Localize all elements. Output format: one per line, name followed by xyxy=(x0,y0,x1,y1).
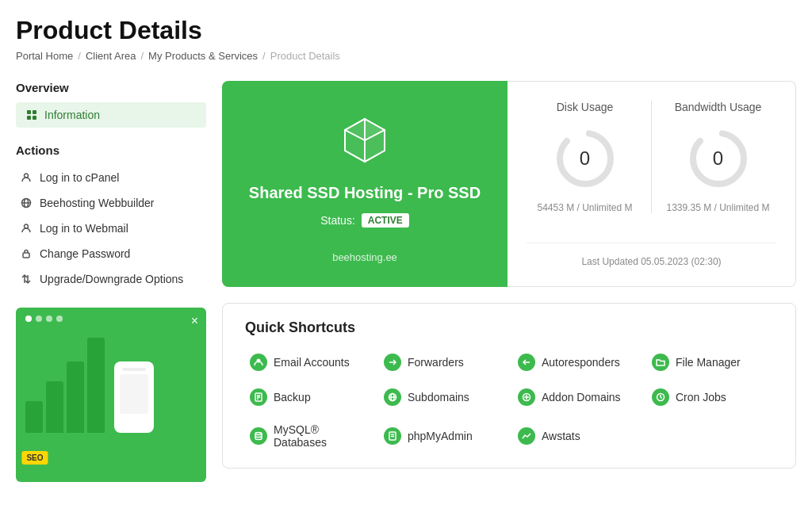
shortcut-backup[interactable]: Backup xyxy=(245,385,371,409)
svg-point-29 xyxy=(255,433,262,435)
globe-icon-webbuilder xyxy=(19,196,33,210)
promo-dot-3[interactable] xyxy=(46,316,52,322)
forwarders-icon xyxy=(384,354,401,371)
product-name: Shared SSD Hosting - Pro SSD xyxy=(249,184,481,202)
stats-row: Disk Usage 0 54453 M / Unlimited M xyxy=(527,101,776,213)
autoresponders-icon xyxy=(518,354,535,371)
shortcut-email-accounts[interactable]: Email Accounts xyxy=(245,350,371,374)
shortcut-cron-jobs[interactable]: Cron Jobs xyxy=(647,385,773,409)
sidebar-item-information[interactable]: Information xyxy=(16,102,206,128)
email-accounts-icon xyxy=(250,354,267,371)
shortcut-cron-jobs-label: Cron Jobs xyxy=(676,391,726,404)
shortcut-subdomains[interactable]: Subdomains xyxy=(379,385,505,409)
shortcut-file-manager[interactable]: File Manager xyxy=(647,350,773,374)
shortcut-forwarders-label: Forwarders xyxy=(408,356,464,369)
shortcut-backup-label: Backup xyxy=(274,391,311,404)
shortcut-awstats[interactable]: Awstats xyxy=(513,420,639,452)
shortcuts-section: Quick Shortcuts Email Accounts xyxy=(222,303,796,469)
shortcut-forwarders[interactable]: Forwarders xyxy=(379,350,505,374)
svg-rect-1 xyxy=(33,110,36,114)
bandwidth-gauge: 0 xyxy=(683,123,754,194)
action-change-password-label: Change Password xyxy=(40,247,130,260)
arrows-icon xyxy=(19,272,33,286)
svg-rect-3 xyxy=(33,116,36,120)
addon-domains-icon xyxy=(518,388,535,406)
action-webbuilder[interactable]: Beehosting Webbuilder xyxy=(16,190,206,216)
lock-icon xyxy=(19,247,33,261)
action-cpanel[interactable]: Log in to cPanel xyxy=(16,165,206,190)
shortcut-autoresponders-label: Autoresponders xyxy=(542,356,620,369)
breadcrumb-client-area[interactable]: Client Area xyxy=(86,50,136,62)
actions-list: Log in to cPanel Beehosting Webbuilder xyxy=(16,165,206,292)
shortcut-awstats-label: Awstats xyxy=(542,430,580,442)
shortcut-phpmyadmin[interactable]: phpMyAdmin xyxy=(379,420,505,452)
shortcut-subdomains-label: Subdomains xyxy=(408,391,469,404)
shortcuts-grid: Email Accounts Forwarders xyxy=(245,350,773,452)
stats-card: Disk Usage 0 54453 M / Unlimited M xyxy=(508,81,796,287)
shortcut-addon-domains-label: Addon Domains xyxy=(542,391,621,404)
action-webbuilder-label: Beehosting Webbuilder xyxy=(40,197,155,209)
svg-rect-0 xyxy=(27,110,31,114)
shortcut-autoresponders[interactable]: Autoresponders xyxy=(513,350,639,374)
file-manager-icon xyxy=(652,354,669,371)
action-upgrade[interactable]: Upgrade/Downgrade Options xyxy=(16,266,206,292)
user-icon-cpanel xyxy=(19,170,33,185)
shortcut-empty xyxy=(647,420,773,452)
page-title: Product Details xyxy=(16,16,796,45)
product-status-row: Status: ACTIVE xyxy=(320,213,409,228)
shortcut-phpmyadmin-label: phpMyAdmin xyxy=(408,430,473,442)
shortcut-file-manager-label: File Manager xyxy=(676,356,741,369)
product-stats-row: Shared SSD Hosting - Pro SSD Status: ACT… xyxy=(222,81,796,287)
shortcut-addon-domains[interactable]: Addon Domains xyxy=(513,385,639,409)
overview-section-title: Overview xyxy=(16,81,206,94)
shortcut-mysql-label: MySQL® Databases xyxy=(274,423,366,449)
breadcrumb-portal-home[interactable]: Portal Home xyxy=(16,50,73,62)
phpmyadmin-icon xyxy=(384,427,401,445)
subdomains-icon xyxy=(384,388,401,406)
status-badge: ACTIVE xyxy=(362,213,409,228)
awstats-icon xyxy=(518,427,535,445)
actions-section: Actions Log in to cPanel xyxy=(16,143,206,292)
content-area: Shared SSD Hosting - Pro SSD Status: ACT… xyxy=(222,81,796,482)
promo-dot-4[interactable] xyxy=(56,316,63,322)
cron-jobs-icon xyxy=(652,388,669,406)
action-webmail[interactable]: Log in to Webmail xyxy=(16,216,206,241)
breadcrumb-current: Product Details xyxy=(270,50,340,62)
actions-title: Actions xyxy=(16,143,206,157)
bandwidth-value: 0 xyxy=(713,147,723,170)
breadcrumb: Portal Home / Client Area / My Products … xyxy=(16,50,796,62)
promo-dot-2[interactable] xyxy=(36,316,42,322)
shortcut-email-accounts-label: Email Accounts xyxy=(274,356,350,369)
shortcuts-title: Quick Shortcuts xyxy=(245,319,773,336)
product-card: Shared SSD Hosting - Pro SSD Status: ACT… xyxy=(222,81,508,287)
action-upgrade-label: Upgrade/Downgrade Options xyxy=(40,273,183,285)
shortcut-mysql[interactable]: MySQL® Databases xyxy=(245,420,371,452)
product-domain: beehosting.ee xyxy=(332,251,397,263)
promo-close-button[interactable]: × xyxy=(191,314,198,328)
action-cpanel-label: Log in to cPanel xyxy=(40,171,119,184)
disk-value: 0 xyxy=(580,147,590,170)
mysql-icon xyxy=(250,427,267,445)
user-icon-webmail xyxy=(19,221,33,235)
backup-icon xyxy=(250,388,267,406)
svg-rect-9 xyxy=(23,253,29,258)
action-change-password[interactable]: Change Password xyxy=(16,241,206,266)
svg-rect-2 xyxy=(27,116,31,120)
breadcrumb-products-services[interactable]: My Products & Services xyxy=(148,50,258,62)
disk-usage-item: Disk Usage 0 54453 M / Unlimited M xyxy=(527,101,643,213)
product-icon xyxy=(337,113,393,168)
sidebar: Overview Information Actions xyxy=(16,81,206,482)
promo-card: × SEO xyxy=(16,308,206,482)
action-webmail-label: Log in to Webmail xyxy=(40,222,128,235)
disk-gauge: 0 xyxy=(550,123,621,194)
bandwidth-usage-item: Bandwidth Usage 0 1339.35 M / Unlimited … xyxy=(660,101,776,213)
promo-badge: SEO xyxy=(21,451,48,465)
stats-last-updated: Last Updated 05.05.2023 (02:30) xyxy=(527,243,776,267)
promo-dot-1[interactable] xyxy=(25,316,32,322)
sidebar-item-information-label: Information xyxy=(44,109,100,121)
grid-icon xyxy=(25,109,38,121)
status-label: Status: xyxy=(320,214,355,227)
